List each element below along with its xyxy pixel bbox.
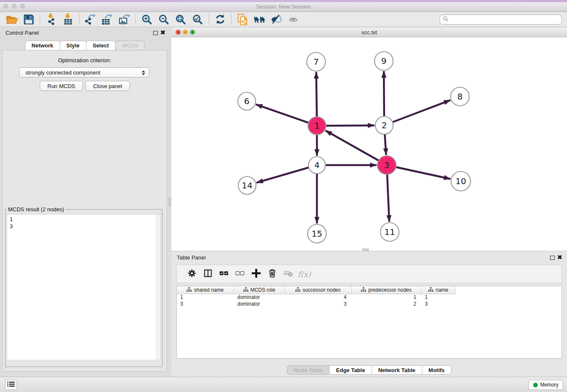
- import-network-button[interactable]: [43, 13, 60, 26]
- export-table-button[interactable]: [99, 13, 116, 26]
- column-label: name: [435, 287, 448, 293]
- graph-edge-2-8[interactable]: [392, 100, 451, 123]
- tab-network[interactable]: Network: [25, 41, 60, 50]
- graph-node-label-10: 10: [455, 176, 466, 186]
- status-bar: Memory: [0, 377, 567, 392]
- column-type-icon: [295, 287, 300, 293]
- float-panel-icon[interactable]: [153, 31, 158, 35]
- memory-label: Memory: [540, 382, 559, 388]
- apply-layout-button[interactable]: [212, 13, 228, 26]
- graph-edge-3-10[interactable]: [395, 167, 451, 179]
- graph-node-label-3: 3: [384, 160, 390, 170]
- show-all-button[interactable]: [285, 13, 302, 26]
- graph-edge-3-11[interactable]: [387, 174, 389, 222]
- zoom-in-button[interactable]: [138, 13, 155, 26]
- graph-edge-1-2[interactable]: [325, 125, 374, 126]
- export-network-button[interactable]: [82, 13, 99, 26]
- graph-edge-4-14[interactable]: [256, 167, 310, 183]
- graph-node-label-4: 4: [314, 160, 320, 170]
- task-history-button[interactable]: [5, 380, 17, 390]
- table-row-2[interactable]: 3dominator323: [177, 301, 561, 308]
- zoom-fit-icon: [175, 14, 186, 25]
- search-box[interactable]: [440, 14, 562, 25]
- graph-node-label-7: 7: [314, 57, 319, 67]
- table-settings-button[interactable]: [184, 266, 200, 282]
- memory-status-icon: [533, 383, 538, 387]
- trash-icon: [268, 268, 277, 279]
- tab-network-table[interactable]: Network Table: [372, 365, 422, 375]
- column-header-mcds-role[interactable]: MCDS role: [234, 286, 285, 294]
- table-header-row: shared nameMCDS rolesuccessor nodesprede…: [177, 286, 561, 294]
- zoom-out-button[interactable]: [155, 13, 172, 26]
- select-all-icon: [219, 269, 228, 279]
- search-input[interactable]: [451, 17, 561, 22]
- close-table-panel-icon[interactable]: ✖: [557, 253, 562, 262]
- close-panel-icon[interactable]: ✖: [160, 28, 165, 37]
- tab-mcds[interactable]: MCDS: [115, 41, 145, 50]
- mcds-result-text: 1 3: [7, 215, 160, 231]
- table-row-1[interactable]: 1dominator411: [177, 294, 561, 301]
- save-session-button[interactable]: [20, 13, 37, 26]
- mcds-result-box[interactable]: 1 3: [7, 214, 161, 360]
- clone-network-button[interactable]: [234, 13, 251, 26]
- window-titlebar: Session: New Session: [0, 0, 567, 12]
- zoom-selected-button[interactable]: [189, 13, 206, 26]
- graph-edge-3-1[interactable]: [325, 130, 380, 161]
- graph-node-label-8: 8: [457, 91, 463, 102]
- hide-selected-button[interactable]: [268, 13, 285, 26]
- tab-motifs[interactable]: Motifs: [422, 365, 451, 375]
- node-table: shared nameMCDS rolesuccessor nodesprede…: [176, 286, 562, 359]
- memory-button[interactable]: Memory: [528, 380, 563, 390]
- column-header-successor-nodes[interactable]: successor nodes: [285, 286, 352, 294]
- graph-node-label-14: 14: [242, 180, 252, 190]
- criterion-value: strongly connected component: [25, 69, 100, 76]
- horizontal-splitter-grip[interactable]: [362, 248, 369, 251]
- show-columns-button[interactable]: [200, 266, 216, 282]
- graph-node-label-11: 11: [384, 227, 395, 237]
- column-header-predecessor-nodes[interactable]: predecessor nodes: [352, 286, 421, 294]
- tab-select[interactable]: Select: [86, 41, 116, 50]
- delete-table-button[interactable]: [280, 266, 296, 282]
- add-column-button[interactable]: [248, 266, 264, 282]
- criterion-select[interactable]: strongly connected component: [19, 67, 149, 77]
- import-table-button[interactable]: [60, 13, 77, 26]
- close-panel-button[interactable]: Close panel: [85, 81, 130, 91]
- control-panel-title: Control Panel: [6, 30, 39, 36]
- select-all-rows-button[interactable]: [216, 266, 232, 282]
- column-header-shared-name[interactable]: shared name: [177, 286, 234, 294]
- graph-edge-1-6[interactable]: [256, 105, 309, 123]
- deselect-all-rows-button[interactable]: [232, 266, 248, 282]
- open-session-button[interactable]: [3, 13, 20, 26]
- network-window-titlebar[interactable]: scc.txt: [171, 28, 567, 37]
- eye-icon: [288, 16, 298, 23]
- graph-node-label-2: 2: [382, 120, 387, 130]
- table-panel: Table Panel ✖ f(x) shared nameMCDS roles…: [171, 252, 567, 377]
- delete-column-button[interactable]: [264, 266, 280, 282]
- zoom-fit-button[interactable]: [172, 13, 189, 26]
- column-type-icon: [361, 287, 366, 293]
- zoom-selected-icon: [192, 14, 203, 25]
- graph-edge-1-7[interactable]: [316, 72, 317, 118]
- graph-edge-2-3[interactable]: [385, 133, 386, 155]
- run-mcds-button[interactable]: Run MCDS: [40, 81, 83, 91]
- tab-node-table[interactable]: Node Table: [287, 365, 330, 375]
- cell-mcds-role: dominator: [234, 294, 285, 301]
- column-header-name[interactable]: name: [421, 286, 456, 294]
- cell-successor-nodes: 4: [285, 294, 352, 301]
- vertical-splitter-grip[interactable]: [168, 197, 171, 207]
- tab-style[interactable]: Style: [60, 41, 86, 50]
- zoom-in-icon: [141, 14, 152, 25]
- column-type-icon: [187, 287, 192, 293]
- tab-edge-table[interactable]: Edge Table: [329, 365, 372, 375]
- table-tabs: Node TableEdge TableNetwork TableMotifs: [171, 365, 567, 375]
- export-image-button[interactable]: [116, 13, 133, 26]
- cell-shared-name: 3: [177, 301, 234, 308]
- neighbors-button[interactable]: [251, 13, 268, 26]
- float-table-panel-icon[interactable]: [550, 256, 555, 260]
- result-scrollbar[interactable]: [156, 215, 160, 360]
- function-builder-button[interactable]: f(x): [296, 266, 312, 282]
- network-canvas[interactable]: 7968124314101511: [171, 37, 567, 250]
- network-window-title: scc.txt: [171, 28, 567, 37]
- graph-edge-2-9[interactable]: [384, 71, 384, 117]
- toolbar-separator: [209, 14, 209, 25]
